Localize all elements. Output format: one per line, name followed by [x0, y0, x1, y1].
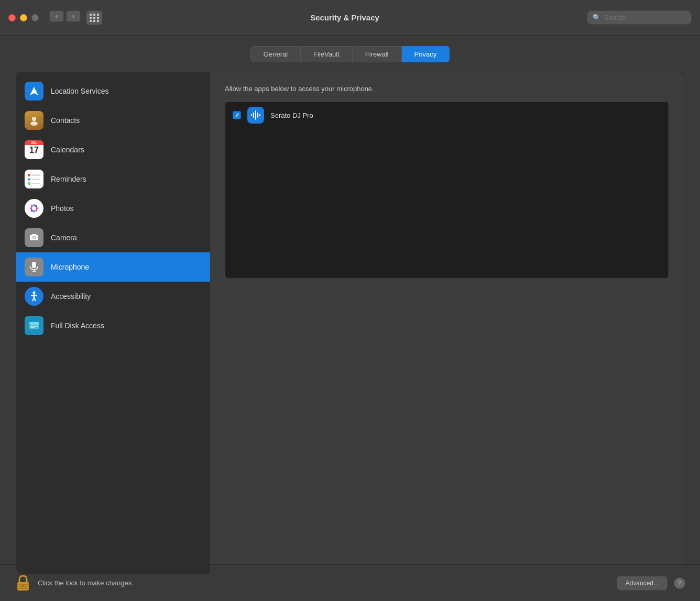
svg-marker-0: [30, 87, 38, 95]
advanced-button[interactable]: Advanced...: [617, 576, 668, 591]
sidebar-item-full-disk-access[interactable]: Full Disk Access: [16, 311, 210, 340]
camera-icon: [25, 228, 43, 247]
pane-description: Allow the apps below to access your micr…: [225, 85, 669, 93]
app-name: Serato DJ Pro: [270, 112, 313, 119]
contacts-icon: [25, 111, 43, 130]
lock-status-text: Click the lock to make changes.: [38, 579, 134, 587]
app-list: ✓ Serato DJ Pro: [225, 101, 669, 279]
lock-icon: [15, 574, 31, 593]
svg-rect-14: [32, 262, 36, 268]
sidebar-item-label: Contacts: [51, 116, 80, 125]
search-input[interactable]: [604, 14, 688, 21]
app-checkbox[interactable]: ✓: [233, 111, 241, 119]
svg-point-13: [33, 237, 35, 239]
cal-month: JUL: [25, 140, 43, 145]
tabs: General FileVault Firewall Privacy: [16, 46, 684, 62]
grid-view-button[interactable]: [86, 10, 103, 25]
svg-rect-26: [255, 110, 256, 120]
sidebar-item-reminders[interactable]: Reminders: [16, 164, 210, 194]
sidebar-item-label: Camera: [51, 233, 77, 242]
serato-dj-pro-icon: [247, 107, 264, 124]
svg-line-21: [34, 298, 36, 301]
svg-point-1: [32, 117, 36, 121]
tab-filevault[interactable]: FileVault: [301, 46, 353, 62]
tab-firewall[interactable]: Firewall: [353, 46, 402, 62]
svg-point-35: [22, 584, 25, 587]
sidebar-item-label: Accessibility: [51, 292, 91, 300]
back-button[interactable]: ‹: [49, 10, 64, 22]
checkmark-icon: ✓: [235, 112, 239, 119]
svg-rect-27: [253, 113, 254, 118]
accessibility-icon: [25, 287, 43, 306]
svg-rect-23: [29, 322, 39, 325]
nav-buttons: ‹ ›: [49, 10, 103, 25]
minimize-button[interactable]: [20, 14, 27, 21]
svg-rect-28: [257, 113, 258, 118]
calendars-icon: JUL 17: [25, 140, 43, 159]
svg-point-17: [33, 292, 36, 294]
svg-point-11: [32, 206, 36, 210]
sidebar-item-label: Full Disk Access: [51, 321, 104, 330]
search-icon: 🔍: [593, 14, 601, 21]
reminders-icon: [25, 170, 43, 188]
sidebar-item-label: Location Services: [51, 87, 109, 95]
tab-general[interactable]: General: [250, 46, 301, 62]
sidebar-item-label: Reminders: [51, 175, 86, 183]
photos-icon: [25, 199, 43, 218]
svg-rect-30: [259, 114, 260, 116]
sidebar-item-label: Microphone: [51, 263, 89, 271]
grid-icon: [90, 14, 100, 22]
right-pane: Allow the apps below to access your micr…: [210, 72, 684, 574]
titlebar: ‹ › Security & Privacy 🔍: [0, 0, 700, 36]
sidebar-item-camera[interactable]: Camera: [16, 223, 210, 252]
panel: Location Services Contacts JUL 17 Ca: [16, 72, 684, 574]
sidebar-item-label: Photos: [51, 204, 74, 213]
sidebar-item-calendars[interactable]: JUL 17 Calendars: [16, 135, 210, 164]
window-title: Security & Privacy: [103, 13, 587, 22]
location-services-icon: [25, 82, 43, 101]
sidebar-item-contacts[interactable]: Contacts: [16, 106, 210, 135]
traffic-lights: [8, 14, 39, 21]
forward-button[interactable]: ›: [66, 10, 81, 22]
tab-privacy[interactable]: Privacy: [402, 46, 450, 62]
sidebar-item-photos[interactable]: Photos: [16, 194, 210, 223]
list-item[interactable]: ✓ Serato DJ Pro: [225, 102, 669, 129]
microphone-icon: [25, 258, 43, 276]
fullscreen-button[interactable]: [31, 14, 39, 21]
main-content: General FileVault Firewall Privacy Locat…: [0, 36, 700, 564]
sidebar-item-location-services[interactable]: Location Services: [16, 76, 210, 106]
svg-rect-29: [251, 114, 252, 116]
svg-rect-25: [30, 327, 35, 328]
search-bar[interactable]: 🔍: [587, 10, 692, 25]
help-button[interactable]: ?: [674, 577, 685, 589]
close-button[interactable]: [8, 14, 16, 21]
sidebar-item-microphone[interactable]: Microphone: [16, 252, 210, 282]
svg-rect-24: [30, 326, 38, 327]
sidebar-item-label: Calendars: [51, 146, 84, 154]
sidebar-item-accessibility[interactable]: Accessibility: [16, 282, 210, 311]
lock-area[interactable]: Click the lock to make changes.: [15, 574, 134, 593]
cal-day: 17: [29, 146, 39, 155]
full-disk-access-icon: [25, 316, 43, 335]
sidebar: Location Services Contacts JUL 17 Ca: [16, 72, 210, 574]
svg-point-2: [30, 121, 38, 126]
